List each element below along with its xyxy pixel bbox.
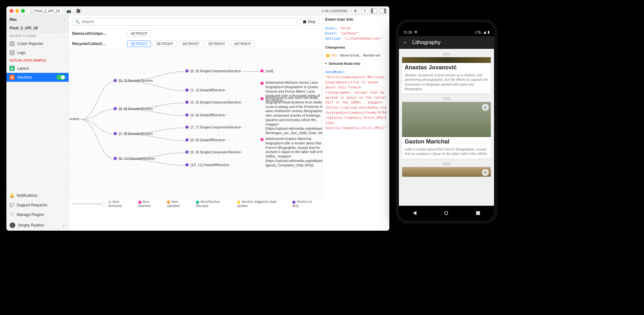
stop-button[interactable]: Stop (300, 18, 319, 26)
star-icon[interactable]: ★ (482, 104, 489, 111)
device-icon (30, 9, 34, 12)
card-title: Gaston Marichal (402, 137, 491, 146)
layout-right-button[interactable] (380, 8, 386, 13)
sidebar-mac[interactable]: Mac › (6, 15, 69, 24)
sidebar-item-label: Notifications (17, 193, 37, 198)
feed-card[interactable]: ★ (402, 167, 491, 177)
legend-item: Item updated (167, 200, 191, 207)
graph-node[interactable]: [9, 9] SingleComponentSection› (185, 150, 244, 154)
sidebar-item-logs[interactable]: ≡ Logs (6, 48, 69, 57)
record-button[interactable]: 🎥 (75, 8, 82, 14)
feed-card[interactable]: ★ Gaston Marichal Little is known about … (402, 102, 491, 159)
graph-node[interactable]: [9, 11] DecadeSection› (114, 157, 158, 160)
sections-toggle[interactable] (56, 75, 65, 80)
sidebar-manage-plugins[interactable]: ❍ Manage Plugins (6, 210, 69, 219)
star-icon[interactable]: ★ (482, 169, 489, 176)
chevron-right-icon: › (155, 132, 156, 135)
sidebar-item-layout[interactable]: ◧ Layout (6, 64, 69, 73)
inserted-dot-icon (260, 138, 264, 141)
sidebar-user[interactable]: Sergey Ryabov ⌄ (6, 219, 69, 231)
graph-node[interactable]: [0, 0] SingleComponentSection› (185, 69, 244, 73)
card-title: Anastas Jovanović (402, 63, 491, 72)
legend-dot-icon (108, 201, 111, 204)
year-divider: 1850 (402, 162, 491, 166)
feed-card[interactable]: Anastas Jovanović Serbian Jovanović is b… (402, 57, 491, 94)
setroot-chip[interactable]: SETROOT (231, 41, 255, 47)
back-icon[interactable]: ← (403, 40, 408, 45)
minimize-icon[interactable] (15, 9, 19, 13)
lane-name: DemoListCompo… (72, 31, 123, 36)
inserted-dot-icon (260, 97, 264, 100)
search-input[interactable] (82, 19, 294, 24)
nav-recents-icon[interactable] (476, 211, 480, 215)
graph-node[interactable]: [1, 2] DataDiffSection› (185, 88, 228, 92)
stop-label: Stop (308, 19, 316, 24)
sidebar-device[interactable]: Pixel_2_API_28 ⌄ (6, 24, 69, 33)
graph-leaf[interactable] (260, 82, 264, 85)
sidebar-item-sections[interactable]: ✱ Sections (6, 73, 69, 82)
device-plugins-header[interactable]: DEVICE PLUGINS ⌄ (6, 33, 69, 39)
graph-node[interactable]: [8, 8] DataDiffSection› (185, 138, 228, 142)
legend-item: Item inserted (138, 200, 163, 207)
graph-node[interactable]: [7, 8] DecadeSection› (114, 132, 156, 135)
titlebar: Pixel_2_API_28 📷 🎥 0.46.219509298 ⚙ ⇪ (6, 6, 389, 15)
dirty-dot-icon (114, 79, 117, 82)
device-tab[interactable]: Pixel_2_API_28 (27, 8, 63, 14)
graph-leaf-text: Artist(name=Louis and Fritz Wolff, biogr… (266, 96, 322, 135)
graph-leaf-null[interactable]: [null] (260, 69, 273, 73)
screenshot-button[interactable]: 📷 (65, 8, 72, 14)
phone-feed[interactable]: 1810 Anastas Jovanović Serbian Jovanović… (399, 49, 494, 206)
settings-button[interactable]: ⚙ (352, 8, 359, 14)
legend-dot-icon (237, 201, 240, 204)
setroot-chip[interactable]: SETROOT (153, 41, 177, 47)
chevron-down-icon: ▾ (325, 62, 327, 65)
chevron-right-icon: › (81, 117, 82, 121)
graph-node[interactable]: [0, 2] DecadeSection› (114, 79, 156, 82)
dirty-dot-icon (185, 163, 189, 166)
graph-leaf[interactable] (260, 138, 264, 141)
graph-canvas[interactable]: ection› [0, 2] DecadeSection› [3, 6] Dec… (69, 49, 322, 199)
nav-back-icon[interactable] (413, 211, 416, 215)
close-icon[interactable] (10, 9, 13, 13)
graph-node[interactable]: [10, 11] DataDiffSection› (185, 163, 232, 167)
event-user-info-body: Async: false Event: "setRoot" Section: "… (323, 24, 389, 43)
graph-node[interactable]: [3, 6] DecadeSection› (114, 107, 156, 111)
legend-item: Section is dirty (292, 200, 319, 207)
sidebar-mac-label: Mac (10, 17, 17, 22)
chevron-right-icon: › (64, 18, 65, 21)
graph-leaf[interactable] (260, 97, 264, 100)
card-image (402, 57, 491, 63)
graph-node[interactable]: [7, 7] SingleComponentSection› (185, 125, 244, 129)
zoom-slider[interactable] (72, 203, 104, 204)
graph-node[interactable]: [3, 3] SingleComponentSection› (185, 100, 244, 104)
lane-row: DemoListCompo… SETROOT (69, 28, 322, 39)
plugin-icon: ❍ (10, 212, 14, 217)
sidebar-item-crash-reporter[interactable]: ! Crash Reporter (6, 39, 69, 48)
zoom-icon[interactable] (21, 9, 25, 13)
setroot-chip[interactable]: SETROOT (127, 30, 151, 37)
sidebar: Mac › Pixel_2_API_28 ⌄ DEVICE PLUGINS ⌄ … (6, 15, 69, 231)
graph-node-root[interactable]: ection› (70, 117, 82, 121)
setroot-chip[interactable]: SETROOT (179, 41, 203, 47)
setroot-chip[interactable]: SETROOT (127, 41, 151, 47)
selected-node-header[interactable]: ▾ Selected Node Info (323, 59, 389, 68)
bottom-drawer (69, 208, 322, 231)
legend-dot-icon (292, 201, 296, 204)
share-button[interactable]: ⇪ (361, 8, 368, 14)
search-box[interactable]: 🔍 (72, 18, 297, 26)
kotlin-sample-header[interactable]: KOTLIN LITHO SAMPLE ⌄ (6, 57, 69, 64)
dirty-dot-icon (185, 101, 189, 104)
layout-left-button[interactable] (371, 8, 377, 13)
chevron-right-icon: › (155, 79, 156, 82)
sidebar-support[interactable]: 💬 Support Requests (6, 200, 69, 210)
setroot-chip[interactable]: SETROOT (205, 41, 229, 47)
year-divider: 1810 (402, 52, 491, 56)
graph-node[interactable]: [4, 6] DataDiffSection› (185, 113, 228, 117)
nav-home-icon[interactable] (444, 211, 448, 215)
phone-network: LTE (475, 30, 481, 34)
inserted-dot-icon (260, 69, 264, 73)
stop-icon (303, 20, 306, 23)
sidebar-notifications[interactable]: 🔔 Notifications (6, 191, 69, 200)
chevron-down-icon: ⌄ (63, 59, 65, 62)
changeset-row[interactable]: ? 0ms Generated, Rendered (323, 51, 389, 59)
